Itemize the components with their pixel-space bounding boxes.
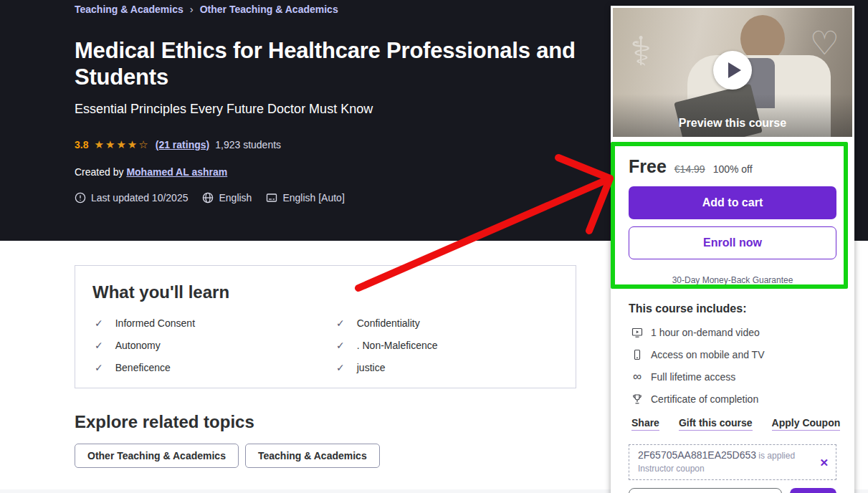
coupon-source: Instructor coupon xyxy=(638,464,827,474)
add-to-cart-button[interactable]: Add to cart xyxy=(629,186,836,219)
coupon-applied-suffix: is applied xyxy=(756,451,795,461)
star-rating: ★★★★☆ xyxy=(94,138,149,151)
course-meta-row: Last updated 10/2025 English English [Au… xyxy=(75,192,345,204)
learn-items-grid: ✓Informed Consent ✓Autonomy ✓Beneficence… xyxy=(95,317,438,374)
created-by-row: Created by Mohamed AL ashram xyxy=(75,166,227,178)
captions-language: English [Auto] xyxy=(266,192,344,204)
ratings-count-link[interactable]: (21 ratings) xyxy=(156,139,209,150)
learn-item: ✓justice xyxy=(336,362,438,374)
topic-button-other-teaching-academics[interactable]: Other Teaching & Academics xyxy=(75,444,239,468)
star-outline-icon: ☆ xyxy=(138,138,149,150)
current-price: Free xyxy=(629,156,667,177)
course-preview-video[interactable]: ⚕ ⚖ ♡ Preview this course xyxy=(613,8,852,137)
what-youll-learn-heading: What you'll learn xyxy=(92,282,229,302)
course-landing-page: Teaching & Academics › Other Teaching & … xyxy=(0,0,868,493)
check-icon: ✓ xyxy=(95,340,103,351)
include-item: Certificate of completion xyxy=(631,393,765,405)
alert-circle-icon xyxy=(75,192,86,204)
close-icon: ✕ xyxy=(819,456,829,469)
money-back-guarantee: 30-Day Money-Back Guarantee xyxy=(611,275,854,285)
rating-row: 3.8 ★★★★☆ (21 ratings) 1,923 students xyxy=(75,138,281,151)
topic-button-teaching-academics[interactable]: Teaching & Academics xyxy=(245,444,380,468)
include-item: 1 hour on-demand video xyxy=(631,327,765,338)
learn-item: ✓. Non-Maleficence xyxy=(336,340,438,352)
caduceus-icon: ⚕ xyxy=(630,28,652,75)
check-icon: ✓ xyxy=(95,317,103,329)
learn-item: ✓Autonomy xyxy=(95,340,336,352)
preview-course-label[interactable]: Preview this course xyxy=(613,117,852,130)
rating-score: 3.8 xyxy=(75,139,88,150)
globe-icon xyxy=(202,192,214,204)
students-count: 1,923 students xyxy=(215,139,281,150)
course-subtitle: Essential Principles Every Future Doctor… xyxy=(75,102,576,117)
last-updated: Last updated 10/2025 xyxy=(75,192,188,204)
play-icon xyxy=(728,62,741,78)
page-title: Medical Ethics for Healthcare Profession… xyxy=(75,37,576,90)
mobile-icon xyxy=(631,349,643,360)
closed-captions-icon xyxy=(266,192,277,204)
check-icon: ✓ xyxy=(336,362,345,373)
learn-item: ✓Beneficence xyxy=(95,362,336,374)
breadcrumb: Teaching & Academics › Other Teaching & … xyxy=(75,3,338,15)
breadcrumb-link-teaching-academics[interactable]: Teaching & Academics xyxy=(75,4,183,15)
coupon-input[interactable] xyxy=(629,488,782,493)
course-includes-heading: This course includes: xyxy=(629,302,746,315)
video-bottom-shade xyxy=(613,94,852,137)
star-icon: ★ xyxy=(94,138,105,150)
star-icon: ★ xyxy=(128,138,138,150)
learn-item: ✓Confidentiality xyxy=(336,317,438,330)
course-includes-list: 1 hour on-demand video Access on mobile … xyxy=(631,327,765,405)
check-icon: ✓ xyxy=(336,340,345,351)
include-item: ∞ Full lifetime access xyxy=(631,371,765,383)
learn-item: ✓Informed Consent xyxy=(95,317,336,330)
price-row: Free €14.99 100% off xyxy=(629,156,753,177)
original-price: €14.99 xyxy=(674,163,705,175)
enroll-now-button[interactable]: Enroll now xyxy=(629,226,836,259)
remove-coupon-button[interactable]: ✕ xyxy=(819,456,829,469)
share-link[interactable]: Share xyxy=(631,417,659,431)
gift-course-link[interactable]: Gift this course xyxy=(679,417,753,431)
course-language: English xyxy=(202,192,252,204)
coupon-apply-button[interactable] xyxy=(790,488,836,493)
applied-coupon-box: 2F65705AA881EA25D653 is applied Instruct… xyxy=(629,444,836,480)
coupon-code: 2F65705AA881EA25D653 xyxy=(638,449,756,461)
apply-coupon-link[interactable]: Apply Coupon xyxy=(772,417,841,431)
coupon-applied-line: 2F65705AA881EA25D653 is applied xyxy=(638,449,827,461)
created-by-label: Created by xyxy=(75,166,126,178)
trophy-icon xyxy=(631,393,643,405)
related-topics-row: Other Teaching & Academics Teaching & Ac… xyxy=(75,444,380,468)
sidebar-links-row: Share Gift this course Apply Coupon xyxy=(631,417,840,431)
include-item: Access on mobile and TV xyxy=(631,349,765,360)
check-icon: ✓ xyxy=(336,317,345,329)
purchase-sidebar-card: ⚕ ⚖ ♡ Preview this course Free €14.99 10… xyxy=(611,6,854,493)
star-icon: ★ xyxy=(116,138,127,150)
breadcrumb-link-other-teaching-academics[interactable]: Other Teaching & Academics xyxy=(200,4,338,15)
on-demand-video-icon xyxy=(631,327,643,338)
check-icon: ✓ xyxy=(95,362,103,373)
discount-percent: 100% off xyxy=(713,163,753,175)
what-youll-learn-card: What you'll learn ✓Informed Consent ✓Aut… xyxy=(75,265,576,388)
chevron-right-icon: › xyxy=(190,3,194,15)
instructor-link[interactable]: Mohamed AL ashram xyxy=(126,166,227,178)
explore-related-heading: Explore related topics xyxy=(75,412,254,432)
star-icon: ★ xyxy=(105,138,116,150)
infinity-icon: ∞ xyxy=(631,372,643,382)
play-button[interactable] xyxy=(713,51,752,90)
